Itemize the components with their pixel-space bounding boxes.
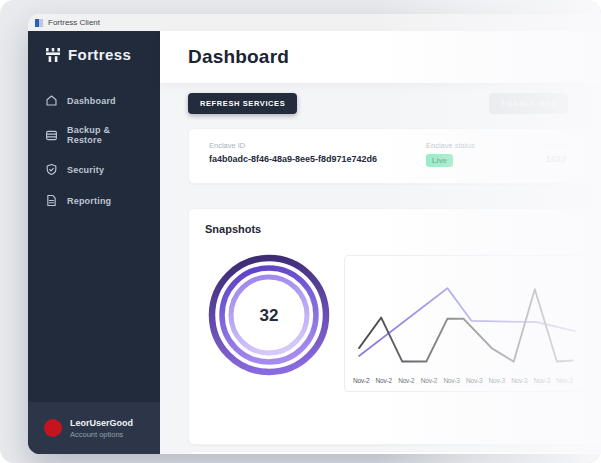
sidebar-item-backup-restore[interactable]: Backup & Restore xyxy=(28,116,160,154)
enclave-card: Enclave ID fa4b0adc-8f46-48a9-8ee5-f8d97… xyxy=(188,128,601,184)
sidebar-item-security[interactable]: Security xyxy=(28,154,160,185)
x-tick: Nov-2 xyxy=(376,377,399,384)
app-icon xyxy=(35,19,43,27)
logo-text: Fortress xyxy=(68,46,131,63)
logo: Fortress xyxy=(28,31,160,63)
screenshot-background: Fortress Client Fo xyxy=(0,0,601,463)
window-title: Fortress Client xyxy=(48,18,100,27)
x-tick: Nov-3 xyxy=(489,377,512,384)
x-tick: Nov-2 xyxy=(398,377,421,384)
sidebar-nav: Dashboard Backup & Restore xyxy=(28,85,160,216)
user-subtitle: Account options xyxy=(70,430,133,439)
sidebar-item-label: Backup & Restore xyxy=(67,125,143,145)
x-tick: Nov-3 xyxy=(556,377,579,384)
x-tick: Nov-3 xyxy=(466,377,489,384)
next-card-partial xyxy=(188,451,601,454)
report-icon xyxy=(45,194,58,207)
enable-mfa-button[interactable]: ENABLE MFA xyxy=(489,93,568,114)
snapshots-title: Snapshots xyxy=(205,223,591,235)
fortress-castle-icon xyxy=(45,47,61,63)
sidebar-item-dashboard[interactable]: Dashboard xyxy=(28,85,160,116)
main-area: Dashboard REFRESH SERVICES ENABLE MFA En… xyxy=(160,31,601,454)
window-titlebar[interactable]: Fortress Client xyxy=(28,14,601,31)
snapshots-donut-chart: 32 xyxy=(205,251,333,379)
x-axis-labels: Nov-2 Nov-2 Nov-2 Nov-2 Nov-3 Nov-3 Nov-… xyxy=(351,377,582,384)
snapshot-count: 32 xyxy=(260,306,279,325)
enclave-id-value: fa4b0adc-8f46-48a9-8ee5-f8d971e742d6 xyxy=(209,154,426,164)
home-icon xyxy=(45,94,58,107)
x-tick: Nov-2 xyxy=(353,377,376,384)
avatar xyxy=(44,419,62,437)
donut-rings: 32 xyxy=(205,251,333,379)
x-tick: Nov-3 xyxy=(534,377,557,384)
user-name: LeorUserGood xyxy=(70,418,133,428)
uptime-value: 1023 xyxy=(546,154,570,164)
sidebar: Fortress Dashboard Backup & xyxy=(28,31,160,454)
snapshot-line-chart: Nov-2 Nov-2 Nov-2 Nov-2 Nov-3 Nov-3 Nov-… xyxy=(344,255,591,392)
snapshots-card: Snapshots xyxy=(188,208,601,445)
sidebar-item-label: Dashboard xyxy=(67,96,116,106)
enclave-id-label: Enclave ID xyxy=(209,141,426,150)
toolbar: REFRESH SERVICES ENABLE MFA xyxy=(188,93,601,114)
app-window: Fortress Client Fo xyxy=(28,14,601,454)
refresh-services-button[interactable]: REFRESH SERVICES xyxy=(188,93,297,114)
shield-icon xyxy=(45,163,58,176)
sidebar-item-label: Reporting xyxy=(67,196,111,206)
account-options[interactable]: LeorUserGood Account options xyxy=(28,402,160,454)
sidebar-item-reporting[interactable]: Reporting xyxy=(28,185,160,216)
backup-icon xyxy=(45,129,58,142)
x-tick: Nov-3 xyxy=(443,377,466,384)
sidebar-item-label: Security xyxy=(67,165,104,175)
line-plot xyxy=(351,278,582,374)
enclave-status-label: Enclave status xyxy=(426,141,546,150)
page-title: Dashboard xyxy=(188,46,289,68)
x-tick: Nov-3 xyxy=(511,377,534,384)
status-badge: Live xyxy=(426,154,453,167)
uptime-label: Uptime xyxy=(546,141,570,150)
x-tick: Nov-2 xyxy=(421,377,444,384)
main-header: Dashboard xyxy=(160,31,601,83)
